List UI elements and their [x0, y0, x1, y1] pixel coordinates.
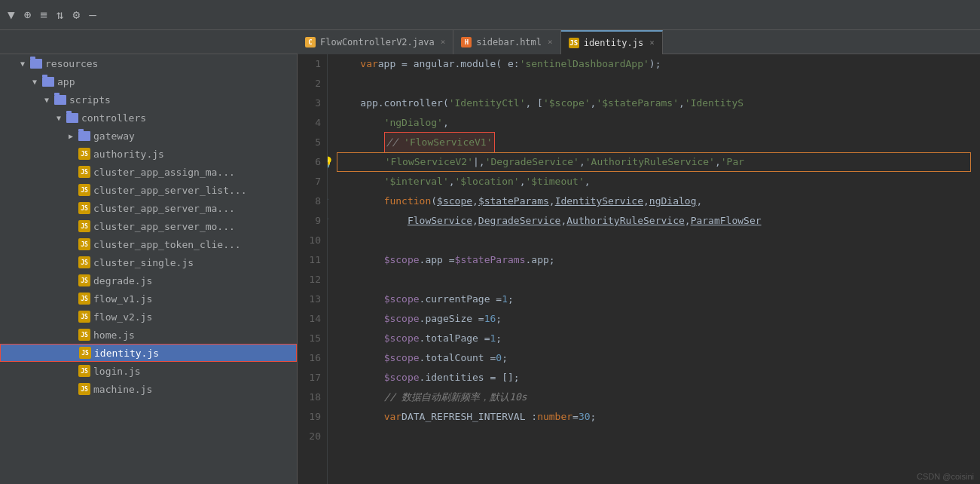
code-token — [337, 250, 384, 270]
folder-icon — [42, 77, 54, 87]
sidebar-item-label: cluster_app_assign_ma... — [93, 167, 235, 178]
line-number: 8 — [304, 191, 321, 211]
code-token: , — [579, 152, 585, 172]
code-token: 30 — [579, 407, 591, 427]
line-number: 16 — [304, 348, 321, 368]
tab-identity[interactable]: JS identity.js × — [561, 30, 663, 54]
code-token — [337, 152, 385, 172]
toolbar-list-icon[interactable]: ≡ — [40, 8, 47, 22]
sidebar-item-resources[interactable]: ▼ resources — [0, 54, 297, 72]
code-token: $stateParams — [478, 191, 549, 211]
code-token: .pageSize = — [420, 309, 484, 329]
code-token: $scope — [384, 289, 420, 309]
tab-identity-close[interactable]: × — [649, 38, 655, 47]
code-token: 1 — [490, 329, 496, 348]
sidebar-item-scripts[interactable]: ▼ scripts — [0, 90, 297, 109]
code-token: 'IdentityCtl' — [449, 93, 526, 113]
sidebar-item-authority[interactable]: ▶ JS authority.js — [0, 145, 297, 163]
code-token — [337, 211, 408, 231]
sidebar-item-flow-v2[interactable]: ▶ JS flow_v2.js — [0, 308, 297, 326]
line-number: 7 — [304, 172, 321, 191]
sidebar-item-cluster-assign[interactable]: ▶ JS cluster_app_assign_ma... — [0, 163, 297, 181]
code-line-8: ▼ function ( $scope , $stateParams , Ide… — [337, 191, 971, 211]
code-token: 'sentinelDashboardApp' — [520, 54, 649, 74]
toolbar-minimize-icon[interactable]: — — [89, 8, 96, 22]
sidebar-item-label: controllers — [81, 112, 146, 124]
lightbulb-icon[interactable]: 💡 — [328, 152, 334, 172]
code-token: ; — [591, 407, 597, 427]
sidebar-item-cluster-server-list[interactable]: ▶ JS cluster_app_server_list... — [0, 181, 297, 199]
arrow-down-icon: ▼ — [328, 191, 328, 211]
html-file-icon: H — [461, 37, 472, 47]
watermark: CSDN @coisini — [917, 472, 974, 481]
code-token: DegradeService — [478, 211, 561, 231]
arrow-icon: ▼ — [42, 96, 51, 104]
code-token — [337, 289, 384, 309]
code-editor[interactable]: 1 2 3 4 5 6 7 8 9 10 11 12 13 14 15 16 1… — [298, 54, 980, 484]
js-file-icon: JS — [78, 365, 90, 377]
sidebar-item-login[interactable]: ▶ JS login.js — [0, 362, 297, 380]
line-number: 15 — [304, 329, 321, 348]
sidebar-item-label: gateway — [93, 130, 135, 142]
sidebar-item-machine[interactable]: ▶ JS machine.js — [0, 380, 297, 398]
code-token: , — [449, 172, 455, 191]
code-token: function — [384, 191, 432, 211]
sidebar-item-app[interactable]: ▼ app — [0, 72, 297, 90]
code-token: ; — [508, 289, 514, 309]
sidebar-item-label: cluster_app_server_ma... — [93, 203, 235, 214]
tab-flowcontroller-close[interactable]: × — [441, 37, 446, 47]
folder-icon — [54, 95, 66, 105]
code-token: 'FlowServiceV1' — [404, 136, 492, 148]
code-token: |, — [473, 152, 485, 172]
code-token: .app; — [525, 250, 554, 270]
code-token: ( — [431, 191, 437, 211]
tab-sidebar-label: sidebar.html — [476, 37, 542, 47]
sidebar-item-cluster-server-mo[interactable]: ▶ JS cluster_app_server_mo... — [0, 217, 297, 235]
code-token: // 数据自动刷新频率，默认10s — [384, 388, 527, 407]
tab-sidebar-close[interactable]: × — [548, 37, 553, 47]
code-token: app.controller( — [337, 93, 449, 113]
file-tree[interactable]: ▼ resources ▼ app ▼ scripts ▼ controller… — [0, 54, 298, 484]
line-number: 1 — [304, 54, 321, 74]
code-token: $scope — [437, 191, 472, 211]
line-number: 13 — [304, 289, 321, 309]
line-number: 20 — [304, 427, 321, 446]
sidebar-item-cluster-single[interactable]: ▶ JS cluster_single.js — [0, 253, 297, 271]
code-line-6: 💡 'FlowServiceV2' |, 'DegradeService' , … — [337, 152, 971, 172]
tab-flowcontroller-label: FlowControllerV2.java — [320, 37, 435, 47]
code-token: .currentPage = — [420, 289, 502, 309]
js-file-icon: JS — [569, 38, 579, 48]
code-token: app = angular.module( e: — [378, 54, 520, 74]
toolbar-gear-icon[interactable]: ⚙ — [73, 8, 81, 22]
code-token: , — [685, 211, 691, 231]
tab-sidebar[interactable]: H sidebar.html × — [453, 30, 560, 54]
sidebar-item-degrade[interactable]: ▶ JS degrade.js — [0, 271, 297, 289]
toolbar-arrow-icon[interactable]: ▼ — [8, 8, 15, 22]
sidebar-item-identity[interactable]: ▶ JS identity.js — [0, 344, 297, 362]
sidebar-item-controllers[interactable]: ▼ controllers — [0, 109, 297, 127]
code-token: $stateParams — [455, 250, 526, 270]
line-number: 3 — [304, 93, 321, 113]
js-file-icon: JS — [78, 148, 90, 160]
sidebar-item-gateway[interactable]: ▶ gateway — [0, 127, 297, 145]
sidebar-item-home[interactable]: ▶ JS home.js — [0, 326, 297, 344]
code-token: 'Par — [721, 152, 744, 172]
tab-flowcontroller[interactable]: C FlowControllerV2.java × — [298, 30, 453, 54]
code-token: FlowService — [408, 211, 472, 231]
code-token: 1 — [502, 289, 508, 309]
sidebar-item-label: flow_v2.js — [93, 311, 152, 323]
sidebar-item-flow-v1[interactable]: ▶ JS flow_v1.js — [0, 289, 297, 308]
toolbar-add-icon[interactable]: ⊕ — [24, 8, 32, 22]
code-token: ParamFlowSer — [691, 211, 762, 231]
sidebar-item-label: degrade.js — [93, 275, 152, 286]
code-token — [337, 191, 384, 211]
sidebar-item-cluster-token[interactable]: ▶ JS cluster_app_token_clie... — [0, 235, 297, 253]
toolbar-sort-icon[interactable]: ⇅ — [56, 8, 64, 22]
code-token: $scope — [384, 348, 420, 368]
code-line-19: var DATA_REFRESH_INTERVAL : number = 30 … — [337, 407, 971, 427]
code-line-11: $scope .app = $stateParams .app; — [337, 250, 971, 270]
code-token: // — [386, 136, 404, 148]
sidebar-item-cluster-server-ma[interactable]: ▶ JS cluster_app_server_ma... — [0, 199, 297, 217]
code-token: 0 — [496, 348, 502, 368]
code-token: '$timeout' — [525, 172, 584, 191]
